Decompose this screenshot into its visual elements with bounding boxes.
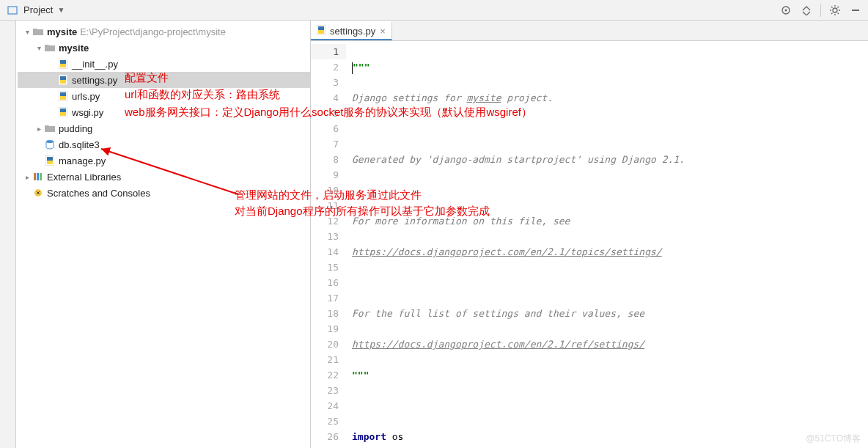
tree-label: pudding xyxy=(59,123,92,134)
folder-icon xyxy=(44,42,56,54)
python-file-icon xyxy=(57,90,69,102)
tree-label: settings.py xyxy=(72,75,117,86)
tree-label: mysite xyxy=(59,43,89,54)
top-toolbar: Project ▼ xyxy=(0,0,868,21)
svg-point-2 xyxy=(785,9,787,11)
tree-label: Scratches and Consoles xyxy=(47,188,150,199)
svg-rect-6 xyxy=(60,60,66,64)
folder-icon xyxy=(32,26,44,37)
tree-label: db.sqlite3 xyxy=(59,139,100,150)
python-file-icon xyxy=(57,106,69,118)
tree-label: mysite xyxy=(47,26,77,37)
tree-file-wsgi[interactable]: wsgi.py xyxy=(18,104,310,120)
tab-label: settings.py xyxy=(330,26,375,37)
svg-rect-12 xyxy=(60,92,66,96)
svg-rect-23 xyxy=(40,173,42,180)
code-editor[interactable]: 1 234 567 8910 111213 141516 171819 2021… xyxy=(311,41,868,448)
tree-file-settings[interactable]: settings.py xyxy=(18,72,310,88)
project-sidebar: ▾ mysite E:\PyProject\django-project\mys… xyxy=(0,21,311,448)
python-file-icon xyxy=(44,155,56,166)
python-file-icon xyxy=(57,74,69,86)
svg-rect-26 xyxy=(318,26,324,30)
python-file-icon xyxy=(317,25,326,37)
svg-rect-9 xyxy=(60,76,66,80)
tree-label: urls.py xyxy=(72,91,100,102)
collapse-icon[interactable] xyxy=(849,4,862,17)
folder-icon xyxy=(44,122,56,134)
tree-external-libraries[interactable]: ▸ External Libraries xyxy=(18,169,310,185)
svg-rect-7 xyxy=(60,64,66,67)
svg-point-3 xyxy=(833,8,837,12)
target-icon[interactable] xyxy=(779,4,792,17)
gear-icon[interactable] xyxy=(828,4,842,17)
close-icon[interactable]: × xyxy=(380,26,386,37)
svg-rect-20 xyxy=(47,161,53,164)
svg-rect-13 xyxy=(60,96,66,100)
line-number-gutter: 1 234 567 8910 111213 141516 171819 2021… xyxy=(311,41,346,448)
chevron-down-icon[interactable]: ▾ xyxy=(22,28,32,36)
tree-file-urls[interactable]: urls.py xyxy=(18,88,310,104)
scratch-icon xyxy=(32,187,44,199)
tree-root[interactable]: ▾ mysite E:\PyProject\django-project\mys… xyxy=(18,23,310,40)
svg-rect-22 xyxy=(37,173,39,180)
editor-pane: settings.py × 1 234 567 8910 111213 1415… xyxy=(311,21,868,448)
project-tree[interactable]: ▾ mysite E:\PyProject\django-project\mys… xyxy=(0,21,310,201)
tree-folder-pudding[interactable]: ▸ pudding xyxy=(18,120,310,136)
watermark: @51CTO博客 xyxy=(806,433,861,445)
chevron-down-icon[interactable]: ▼ xyxy=(57,6,65,14)
editor-tab-bar: settings.py × xyxy=(311,21,868,41)
svg-point-17 xyxy=(46,140,54,143)
chevron-down-icon[interactable]: ▾ xyxy=(34,44,44,52)
tree-label: wsgi.py xyxy=(72,107,103,118)
chevron-right-icon[interactable]: ▸ xyxy=(34,125,44,133)
tree-label: External Libraries xyxy=(47,172,121,183)
tree-file-init[interactable]: __init__.py xyxy=(18,56,310,72)
tree-label: __init__.py xyxy=(72,59,118,70)
library-icon xyxy=(32,171,44,183)
tree-label: manage.py xyxy=(59,155,106,166)
chevron-right-icon[interactable]: ▸ xyxy=(22,173,32,181)
tree-scratches[interactable]: Scratches and Consoles xyxy=(18,185,310,201)
svg-rect-15 xyxy=(60,109,66,112)
tree-file-manage[interactable]: manage.py xyxy=(18,153,310,169)
svg-rect-27 xyxy=(318,30,324,34)
svg-rect-19 xyxy=(47,157,53,161)
tree-file-db[interactable]: db.sqlite3 xyxy=(18,136,310,153)
svg-rect-4 xyxy=(852,10,859,11)
tree-folder-mysite[interactable]: ▾ mysite xyxy=(18,40,310,56)
database-icon xyxy=(44,139,56,150)
project-dropdown-label[interactable]: Project xyxy=(23,4,53,15)
editor-tab-settings[interactable]: settings.py × xyxy=(311,21,392,40)
svg-rect-10 xyxy=(60,80,66,84)
svg-rect-21 xyxy=(34,173,36,180)
project-icon xyxy=(6,4,19,17)
expand-icon[interactable] xyxy=(800,4,813,17)
tree-path: E:\PyProject\django-project\mysite xyxy=(80,26,226,37)
python-file-icon xyxy=(57,58,69,70)
svg-rect-16 xyxy=(60,112,66,116)
svg-rect-0 xyxy=(8,7,17,14)
separator xyxy=(820,4,821,17)
code-content[interactable]: """ Django settings for mysite project. … xyxy=(346,41,868,448)
sidebar-gutter xyxy=(0,21,16,448)
